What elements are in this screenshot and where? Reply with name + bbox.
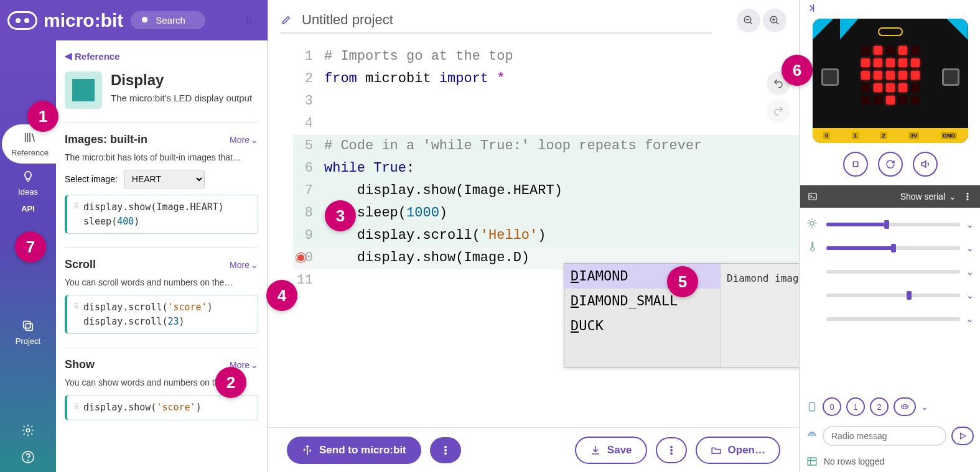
open-button[interactable]: Open… [696, 437, 780, 464]
chevron-down-icon: ⌄ [251, 260, 258, 270]
logo-touch-icon [900, 402, 910, 412]
more-vertical-icon[interactable] [963, 192, 973, 201]
error-marker-icon[interactable] [296, 253, 306, 262]
rail-label: Project [16, 336, 40, 346]
section-more-link[interactable]: More ⌄ [230, 135, 258, 145]
svg-point-5 [26, 428, 30, 432]
breadcrumb-label: Reference [75, 51, 120, 62]
sensor-row[interactable]: ⌄ [806, 260, 974, 284]
sensor-row[interactable]: ⌄ [806, 307, 974, 331]
restart-button[interactable] [878, 152, 903, 177]
zoom-in-button[interactable] [763, 9, 786, 32]
button-a[interactable] [821, 68, 839, 86]
svg-point-30 [903, 406, 903, 407]
help-button[interactable] [21, 450, 35, 466]
settings-button[interactable] [21, 423, 35, 439]
drag-handle-icon[interactable]: ⠿ [73, 200, 78, 210]
radio-message-input[interactable] [823, 426, 946, 446]
section-images-builtin: Images: built-in More ⌄ The micro:bit ha… [65, 123, 258, 248]
svg-point-18 [670, 446, 671, 447]
svg-rect-22 [853, 162, 858, 167]
log-label: No rows logged [824, 456, 884, 466]
project-title-input[interactable] [301, 11, 712, 29]
data-log-row[interactable]: No rows logged [800, 451, 980, 472]
chevron-down-icon[interactable]: ⌄ [966, 220, 974, 229]
send-menu-button[interactable] [430, 437, 461, 463]
rail-item-ideas[interactable]: Ideas [0, 164, 56, 203]
svg-point-24 [967, 193, 968, 194]
collapse-sidebar-button[interactable] [241, 11, 260, 30]
send-to-microbit-button[interactable]: Send to micro:bit [287, 437, 421, 464]
svg-point-16 [445, 449, 446, 450]
page-description: The micro:bit's LED display output [111, 91, 252, 104]
annotation-callout-1: 1 [27, 101, 58, 132]
save-button[interactable]: Save [575, 437, 647, 464]
logo: micro:bit [7, 10, 123, 31]
display-category-icon [65, 72, 102, 109]
button-b[interactable] [942, 68, 959, 86]
chevron-down-icon[interactable]: ⌄ [966, 243, 974, 253]
help-icon [21, 450, 35, 464]
sensor-row[interactable]: ⌄ [806, 213, 974, 236]
books-icon [23, 131, 37, 144]
microbit-face-icon [878, 27, 903, 36]
chevron-down-icon[interactable]: ⌄ [921, 402, 928, 412]
serial-label: Show serial [900, 192, 945, 201]
pin-pill-2[interactable]: 2 [870, 397, 889, 416]
svg-point-15 [445, 446, 446, 447]
code-snippet-images[interactable]: ⠿ display.show(Image.HEART) sleep(400) [65, 195, 258, 234]
autocomplete-item[interactable]: DIAMOND_SMALL [564, 289, 720, 313]
chevron-down-icon: ⌄ [251, 360, 258, 370]
speaker-icon [920, 159, 931, 170]
search-input[interactable]: Search [131, 11, 205, 29]
annotation-callout-4: 4 [266, 280, 297, 311]
pin-pill-0[interactable]: 0 [823, 397, 841, 416]
annotation-callout-3: 3 [325, 200, 356, 231]
chevron-down-icon[interactable]: ⌄ [966, 314, 974, 324]
code-snippet-scroll[interactable]: ⠿ display.scroll('score') display.scroll… [65, 295, 258, 334]
chevron-down-icon[interactable]: ⌄ [966, 290, 974, 300]
radio-icon [806, 430, 818, 442]
redo-button[interactable] [767, 99, 790, 123]
pin-pill-1[interactable]: 1 [846, 397, 865, 416]
save-menu-button[interactable] [656, 437, 687, 463]
rail-item-api[interactable]: API [0, 203, 56, 220]
chevron-down-icon[interactable]: ⌄ [966, 267, 974, 277]
svg-rect-23 [809, 193, 816, 200]
sensor-row[interactable]: ⌄ [806, 284, 974, 307]
drag-handle-icon[interactable]: ⠿ [73, 400, 78, 410]
serial-toggle[interactable]: Show serial ⌄ [800, 185, 980, 208]
download-icon [590, 445, 601, 456]
redo-icon [773, 105, 784, 116]
select-image-dropdown[interactable]: HEART [124, 170, 205, 188]
pin-pills-row: 0 1 2 ⌄ [800, 392, 980, 421]
mute-button[interactable] [913, 152, 938, 177]
zoom-out-button[interactable] [737, 9, 760, 32]
app-header: micro:bit Search [0, 0, 268, 40]
action-bar: Send to micro:bit Save Open… [268, 427, 799, 472]
search-icon [141, 16, 151, 25]
annotation-callout-5: 5 [667, 266, 698, 297]
section-title: Scroll [65, 258, 96, 271]
gear-icon [21, 423, 35, 437]
edge-connector[interactable]: 0123VGND [813, 128, 968, 143]
rail-item-project[interactable]: Project [0, 313, 56, 352]
svg-rect-4 [24, 322, 30, 328]
edit-icon[interactable] [281, 14, 292, 25]
svg-point-7 [28, 460, 29, 461]
play-icon [958, 431, 968, 441]
expand-simulator-button[interactable] [805, 2, 816, 16]
pin-pill-logo[interactable] [894, 397, 916, 416]
code-snippet-show[interactable]: ⠿ display.show('score') [65, 395, 258, 420]
radio-send-button[interactable] [951, 427, 974, 445]
stop-button[interactable] [843, 152, 868, 177]
sensor-row[interactable]: ⌄ [806, 236, 974, 260]
drag-handle-icon[interactable]: ⠿ [73, 300, 78, 310]
svg-point-25 [967, 196, 968, 197]
breadcrumb-back[interactable]: ◀ Reference [65, 50, 258, 62]
autocomplete-item[interactable]: DUCK [564, 313, 720, 338]
code-editor[interactable]: 1# Imports go at the top2from microbit i… [293, 40, 799, 427]
sensor-list: ⌄⌄⌄⌄⌄ [800, 208, 980, 392]
section-more-link[interactable]: More ⌄ [230, 260, 258, 270]
microbit-simulator[interactable]: 0123VGND [813, 19, 968, 143]
